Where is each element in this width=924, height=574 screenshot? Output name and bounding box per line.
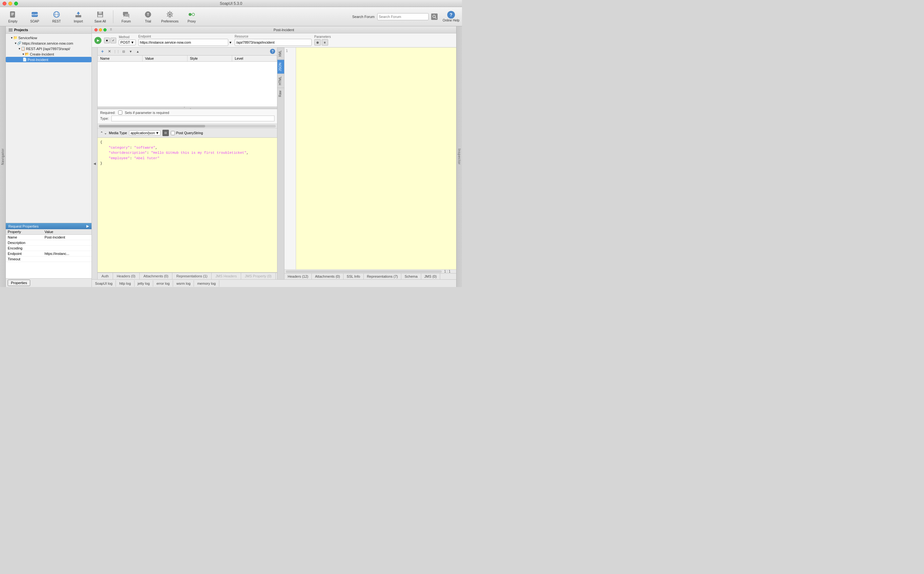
req-tab-representations[interactable]: Representations (1) [172, 273, 211, 279]
soap-icon: SOAP [30, 10, 39, 19]
content-area: ⠿ Post-Incident ■ ✓ Method POST ▼ Endpoi… [92, 26, 456, 287]
soap-label: SOAP [30, 20, 39, 23]
help-icon[interactable]: ? [270, 49, 275, 54]
media-dropdown-icon: ▼ [156, 131, 159, 135]
col-value: Value [43, 229, 91, 235]
log-tab-wsrm[interactable]: wsrm log [173, 280, 194, 287]
log-tab-jetty[interactable]: jetty log [134, 280, 153, 287]
tree-item-post-incident[interactable]: 📄 Post-Incident [6, 57, 91, 62]
toolbar-trial-button[interactable]: T Trial [138, 8, 158, 25]
vtab-raw[interactable]: Raw [278, 88, 284, 99]
table-row: Description [6, 240, 91, 246]
param-up-button[interactable]: ▲ [135, 49, 140, 54]
required-checkbox[interactable] [118, 110, 122, 115]
col-name: Name [98, 55, 143, 62]
resp-tab-schema[interactable]: Schema [401, 273, 421, 279]
horizontal-scrollbar[interactable] [99, 125, 276, 128]
json-body[interactable]: { "category": "software", "shortdescript… [98, 138, 277, 273]
window-title: SoapUI 5.3.0 [219, 1, 242, 6]
vtab-json[interactable]: JSON [278, 60, 284, 74]
toolbar-proxy-button[interactable]: Proxy [181, 8, 202, 25]
svg-rect-0 [10, 11, 15, 17]
toolbar-preferences-button[interactable]: Preferences [159, 8, 180, 25]
format-button[interactable]: ⊟ [162, 130, 169, 136]
req-tab-attachments[interactable]: Attachments (0) [140, 273, 173, 279]
toolbar-save-all-button[interactable]: Save All [90, 8, 110, 25]
svg-text:SOAP: SOAP [32, 14, 38, 16]
type-input[interactable] [111, 115, 274, 121]
sort-param-button[interactable]: ⋮⋮ [114, 49, 120, 54]
toolbar-forum-button[interactable]: Forum [116, 8, 136, 25]
resp-tab-jms[interactable]: JMS (0) [421, 273, 440, 279]
params-add-icon[interactable]: ⊕ [314, 39, 321, 46]
line-numbers: 1 [284, 47, 296, 269]
minimize-button[interactable] [8, 2, 12, 5]
param-options-button[interactable]: ⊟ [121, 49, 126, 54]
vtab-xml[interactable]: XML [278, 47, 284, 60]
svg-rect-9 [76, 15, 81, 17]
control-buttons: ■ ✓ [104, 38, 116, 43]
toolbar-empty-button[interactable]: Empty [3, 8, 23, 25]
svg-text:T: T [147, 13, 149, 16]
col-level: Level [232, 55, 277, 62]
toolbar-soap-button[interactable]: SOAP SOAP [24, 8, 45, 25]
table-row: Name Post-Incident [6, 235, 91, 240]
forum-label: Forum [122, 20, 131, 23]
online-help-button[interactable]: ? Online Help [443, 11, 459, 22]
resp-tab-headers[interactable]: Headers (12) [284, 273, 312, 279]
toolbar-rest-button[interactable]: REST [46, 8, 67, 25]
table-row: Timeout [6, 257, 91, 262]
search-icon[interactable] [431, 14, 438, 20]
search-forum-input[interactable] [377, 13, 429, 20]
remove-param-button[interactable]: ✕ [107, 49, 112, 54]
log-tab-http[interactable]: http log [116, 280, 134, 287]
resource-input[interactable] [235, 39, 312, 46]
resp-tab-ssl[interactable]: SSL Info [344, 273, 364, 279]
media-type-row: ⌃ ⌄ Media Type application/json ▼ ⊟ [98, 128, 277, 138]
params-divider[interactable] [98, 107, 277, 109]
stop-button[interactable]: ■ [104, 38, 110, 43]
method-select[interactable]: POST ▼ [119, 39, 136, 45]
tree-item-rest-api[interactable]: ▾ 📋 REST-API [/api/78973/srapi/ [6, 46, 91, 51]
check-button[interactable]: ✓ [110, 38, 116, 43]
log-tab-memory[interactable]: memory log [194, 280, 219, 287]
row-col-indicator: 1 : 1 [444, 270, 451, 273]
resource-section: Resource [235, 35, 312, 46]
vtab-html[interactable]: HTML [278, 74, 284, 88]
req-traffic-lights [95, 28, 107, 32]
preferences-label: Preferences [161, 20, 178, 23]
response-content[interactable] [296, 47, 456, 269]
collapse-handle[interactable]: ◀ [92, 47, 98, 279]
up-arrow-icon[interactable]: ⌃ [100, 131, 103, 135]
properties-button[interactable]: Properties [8, 280, 30, 286]
req-tab-headers[interactable]: Headers (0) [113, 273, 140, 279]
tree-item-servicenow[interactable]: ▾ 📁 ServiceNow [6, 35, 91, 41]
log-tab-soapui[interactable]: SoapUI log [92, 280, 116, 287]
resp-tab-attachments[interactable]: Attachments (0) [312, 273, 344, 279]
run-button[interactable] [95, 37, 101, 44]
endpoint-input[interactable] [139, 39, 228, 46]
log-tab-error[interactable]: error log [153, 280, 173, 287]
endpoint-dropdown-icon[interactable]: ▼ [229, 41, 232, 44]
response-horizontal-scrollbar[interactable] [286, 270, 442, 273]
params-options-icon[interactable]: ≡ [322, 39, 328, 46]
props-arrow-icon[interactable]: ▶ [87, 224, 89, 228]
close-button[interactable] [3, 2, 6, 5]
resp-tab-representations[interactable]: Representations (7) [364, 273, 402, 279]
tree-item-endpoint[interactable]: ▾ 🔗 https://instance.service-now.com [6, 41, 91, 46]
req-close-btn[interactable] [95, 28, 98, 32]
media-type-select[interactable]: application/json ▼ [129, 130, 161, 136]
down-arrow-icon[interactable]: ⌄ [104, 131, 107, 135]
svg-marker-17 [128, 17, 129, 18]
maximize-button[interactable] [14, 2, 18, 5]
post-querystring-checkbox[interactable] [171, 131, 175, 135]
req-tab-auth[interactable]: Auth [98, 273, 113, 279]
req-minimize-btn[interactable] [99, 28, 102, 32]
request-properties-panel: Request Properties ▶ Property Value Name [6, 223, 91, 287]
toolbar-import-button[interactable]: Import [68, 8, 88, 25]
tree-item-create-incident[interactable]: ▾ 📂 Create-Incident [6, 51, 91, 57]
online-help-label: Online Help [443, 19, 459, 22]
req-maximize-btn[interactable] [103, 28, 107, 32]
add-param-button[interactable]: + [99, 49, 105, 54]
param-down-button[interactable]: ▼ [128, 49, 134, 54]
